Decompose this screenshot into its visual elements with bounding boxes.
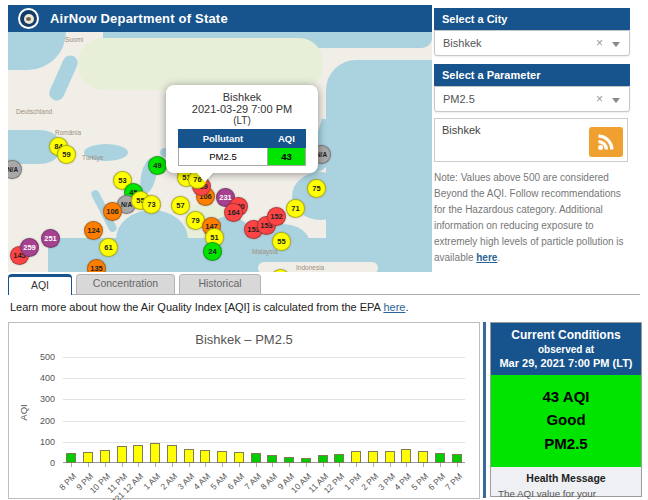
chart-bar bbox=[133, 445, 143, 463]
app-header: AirNow Department of State bbox=[8, 5, 432, 32]
current-aqi-value: 43 AQI bbox=[491, 385, 641, 408]
popup-pollutant-value: PM2.5 bbox=[179, 148, 268, 166]
chart-bar bbox=[435, 453, 445, 463]
x-axis-tick bbox=[323, 463, 324, 467]
x-axis-tick bbox=[440, 463, 441, 467]
map-popup: Bishkek 2021-03-29 7:00 PM (LT) Pollutan… bbox=[166, 85, 318, 173]
map-country-label: Deutschland bbox=[16, 108, 52, 115]
gridline bbox=[63, 421, 465, 422]
current-conditions-header: Current Conditions observed at Mar 29, 2… bbox=[491, 323, 641, 375]
aqi-bar-chart-panel: Bishkek – PM2.5 AQI 01002003004005008 PM… bbox=[8, 322, 480, 499]
map-marker[interactable]: 124 bbox=[84, 221, 103, 240]
health-message-text: The AQI value for your community is betw… bbox=[498, 487, 634, 500]
map-marker[interactable]: 61 bbox=[99, 238, 118, 257]
x-axis-tick bbox=[457, 463, 458, 467]
chart-tabs: AQI Concentration Historical bbox=[8, 274, 640, 295]
chart-bar bbox=[167, 445, 177, 463]
health-message-title: Health Message bbox=[498, 472, 634, 484]
map-marker[interactable]: 57 bbox=[171, 196, 190, 215]
popup-aqi-value: 43 bbox=[267, 148, 305, 166]
tab-aqi[interactable]: AQI bbox=[8, 274, 72, 295]
map-marker[interactable]: 135 bbox=[87, 259, 106, 272]
map-marker[interactable]: 73 bbox=[142, 195, 161, 214]
parameter-select[interactable]: PM2.5 × bbox=[434, 86, 630, 112]
x-axis-tick bbox=[256, 463, 257, 467]
x-axis-tick bbox=[105, 463, 106, 467]
note-here-link[interactable]: here bbox=[476, 252, 497, 263]
parameter-select-value: PM2.5 bbox=[443, 93, 475, 105]
health-message-block: Health Message The AQI value for your co… bbox=[491, 467, 641, 500]
clear-city-icon[interactable]: × bbox=[596, 31, 603, 55]
map-country-label: România bbox=[55, 129, 81, 136]
chevron-down-icon[interactable] bbox=[612, 98, 620, 103]
aqi-world-map[interactable]: Bishkek 2021-03-29 7:00 PM (LT) Pollutan… bbox=[8, 32, 432, 272]
popup-timezone: (LT) bbox=[166, 115, 318, 126]
learn-more-text: Learn more about how the Air Quality Ind… bbox=[10, 301, 408, 313]
gridline bbox=[63, 442, 465, 443]
tab-historical[interactable]: Historical bbox=[179, 274, 261, 294]
y-axis-tick-label: 100 bbox=[25, 437, 55, 447]
panel-divider bbox=[483, 322, 486, 498]
chart-title: Bishkek – PM2.5 bbox=[9, 332, 479, 347]
clear-parameter-icon[interactable]: × bbox=[596, 87, 603, 111]
current-aqi-pollutant: PM2.5 bbox=[491, 432, 641, 455]
popup-col-pollutant: Pollutant bbox=[179, 130, 268, 148]
tab-concentration[interactable]: Concentration bbox=[76, 274, 175, 294]
x-axis-tick bbox=[155, 463, 156, 467]
rss-feed-box: Bishkek bbox=[434, 118, 628, 162]
x-axis-tick bbox=[122, 463, 123, 467]
map-country-label: Malaysia bbox=[252, 248, 278, 255]
current-aqi-block: 43 AQI Good PM2.5 bbox=[491, 375, 641, 467]
map-marker[interactable]: 106 bbox=[103, 202, 122, 221]
chart-bar bbox=[217, 451, 227, 463]
x-axis-tick bbox=[272, 463, 273, 467]
x-axis-tick bbox=[71, 463, 72, 467]
popup-col-aqi: AQI bbox=[267, 130, 305, 148]
x-axis-tick bbox=[356, 463, 357, 467]
chart-bar bbox=[66, 453, 76, 463]
x-axis-tick bbox=[222, 463, 223, 467]
map-marker[interactable]: 164 bbox=[224, 203, 243, 222]
chart-plot-area: 01002003004005008 PM9 PM10 PM11 PM2021 1… bbox=[63, 357, 465, 463]
x-axis-tick bbox=[406, 463, 407, 467]
map-marker[interactable]: N/A bbox=[8, 160, 22, 179]
map-marker[interactable]: 75 bbox=[307, 179, 326, 198]
map-country-label: Türkiye bbox=[82, 154, 103, 161]
chart-bar bbox=[418, 451, 428, 463]
city-select[interactable]: Bishkek × bbox=[434, 30, 630, 56]
department-of-state-seal-icon bbox=[18, 8, 39, 29]
chart-bar bbox=[150, 443, 160, 463]
chart-bar bbox=[351, 451, 361, 463]
map-marker[interactable]: 71 bbox=[286, 199, 305, 218]
chart-bar bbox=[100, 450, 110, 463]
chart-bar bbox=[267, 455, 277, 463]
map-marker[interactable]: 24 bbox=[203, 242, 222, 261]
map-marker[interactable]: 59 bbox=[57, 145, 76, 164]
y-axis-tick-label: 300 bbox=[25, 394, 55, 404]
learn-more-here-link[interactable]: here bbox=[383, 301, 405, 313]
chart-bar bbox=[251, 453, 261, 463]
rss-city-label: Bishkek bbox=[442, 124, 481, 136]
gridline bbox=[63, 399, 465, 400]
rss-feed-button[interactable] bbox=[589, 127, 623, 157]
chart-bar bbox=[200, 450, 210, 463]
gridline bbox=[63, 357, 465, 358]
chart-bar bbox=[452, 454, 462, 463]
map-marker[interactable]: 259 bbox=[20, 238, 39, 257]
observed-timestamp: Mar 29, 2021 7:00 PM (LT) bbox=[494, 357, 638, 369]
chevron-down-icon[interactable] bbox=[612, 42, 620, 47]
chart-bar bbox=[83, 452, 93, 463]
y-axis-tick-label: 200 bbox=[25, 416, 55, 426]
popup-aqi-table: Pollutant AQI PM2.5 43 bbox=[178, 129, 306, 166]
map-marker[interactable]: 55 bbox=[272, 232, 291, 251]
popup-city: Bishkek bbox=[166, 91, 318, 103]
select-parameter-header: Select a Parameter bbox=[434, 64, 630, 86]
city-select-value: Bishkek bbox=[443, 37, 482, 49]
map-marker[interactable]: 152 bbox=[267, 207, 286, 226]
rss-icon bbox=[596, 132, 616, 152]
y-axis-tick-label: 0 bbox=[25, 458, 55, 468]
x-axis-tick bbox=[88, 463, 89, 467]
map-marker[interactable]: 251 bbox=[41, 229, 60, 248]
y-axis-tick-label: 500 bbox=[25, 352, 55, 362]
map-marker[interactable]: 49 bbox=[148, 156, 167, 175]
